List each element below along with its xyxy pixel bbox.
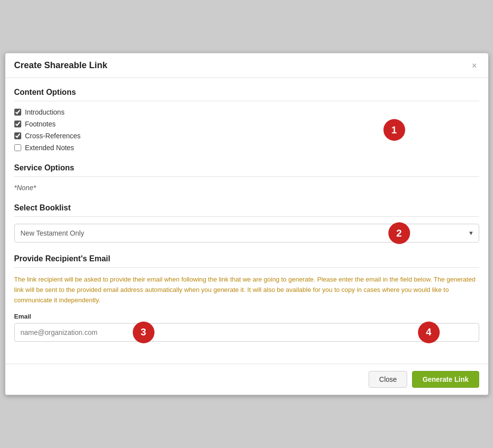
footnotes-label: Footnotes <box>25 120 56 128</box>
create-shareable-link-modal: Create Shareable Link × Content Options … <box>5 53 489 395</box>
checkbox-extended-notes[interactable]: Extended Notes <box>14 144 479 152</box>
recipient-email-section: Provide Recipient's Email The link recip… <box>14 254 479 341</box>
modal-header: Create Shareable Link × <box>5 53 488 78</box>
modal-title: Create Shareable Link <box>14 60 108 71</box>
cross-references-checkbox[interactable] <box>14 132 21 139</box>
email-label: Email <box>14 313 479 320</box>
booklist-title: Select Booklist <box>14 204 479 217</box>
booklist-select[interactable]: New Testament Only Old Testament Only Fu… <box>14 224 479 243</box>
introductions-checkbox[interactable] <box>14 109 21 116</box>
service-options-value: *None* <box>14 184 479 192</box>
modal-close-button[interactable]: × <box>470 61 479 70</box>
extended-notes-checkbox[interactable] <box>14 144 21 151</box>
checkbox-cross-references[interactable]: Cross-References <box>14 132 479 140</box>
content-options-title: Content Options <box>14 88 479 101</box>
generate-link-button[interactable]: Generate Link <box>412 371 479 388</box>
introductions-label: Introductions <box>25 108 65 116</box>
service-options-section: Service Options *None* <box>14 163 479 192</box>
service-options-title: Service Options <box>14 163 479 177</box>
modal-footer: Close Generate Link <box>5 364 488 395</box>
modal-body: Content Options Introductions Footnotes … <box>5 78 488 363</box>
email-input[interactable] <box>14 323 479 342</box>
checkbox-footnotes[interactable]: Footnotes <box>14 120 479 128</box>
email-input-wrapper: 3 4 <box>14 323 479 342</box>
booklist-select-wrapper: New Testament Only Old Testament Only Fu… <box>14 224 479 243</box>
content-options-section: Content Options Introductions Footnotes … <box>14 88 479 152</box>
email-description: The link recipient will be asked to prov… <box>14 275 479 305</box>
footnotes-checkbox[interactable] <box>14 121 21 127</box>
extended-notes-label: Extended Notes <box>25 144 75 152</box>
select-booklist-section: Select Booklist New Testament Only Old T… <box>14 204 479 243</box>
cross-references-label: Cross-References <box>25 132 81 140</box>
content-options-checkboxes: Introductions Footnotes Cross-References… <box>14 108 479 152</box>
checkbox-introductions[interactable]: Introductions <box>14 108 479 116</box>
close-button[interactable]: Close <box>369 371 407 388</box>
recipient-email-title: Provide Recipient's Email <box>14 254 479 268</box>
